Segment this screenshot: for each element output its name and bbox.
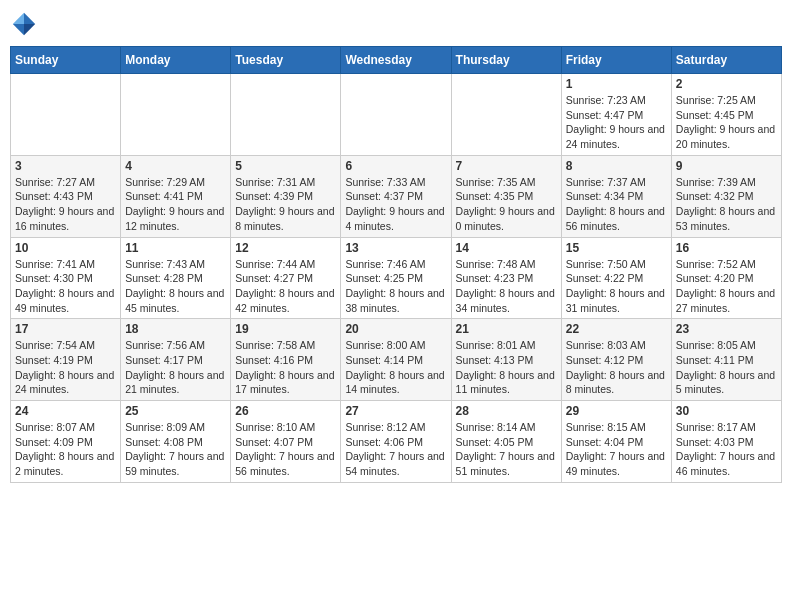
day-number: 3 xyxy=(15,159,116,173)
calendar-cell: 5Sunrise: 7:31 AM Sunset: 4:39 PM Daylig… xyxy=(231,155,341,237)
day-info: Sunrise: 8:00 AM Sunset: 4:14 PM Dayligh… xyxy=(345,338,446,397)
logo xyxy=(10,10,42,38)
logo-icon xyxy=(10,10,38,38)
day-number: 29 xyxy=(566,404,667,418)
day-info: Sunrise: 8:10 AM Sunset: 4:07 PM Dayligh… xyxy=(235,420,336,479)
calendar: SundayMondayTuesdayWednesdayThursdayFrid… xyxy=(10,46,782,483)
day-info: Sunrise: 8:14 AM Sunset: 4:05 PM Dayligh… xyxy=(456,420,557,479)
calendar-week-4: 17Sunrise: 7:54 AM Sunset: 4:19 PM Dayli… xyxy=(11,319,782,401)
day-info: Sunrise: 8:01 AM Sunset: 4:13 PM Dayligh… xyxy=(456,338,557,397)
calendar-cell: 4Sunrise: 7:29 AM Sunset: 4:41 PM Daylig… xyxy=(121,155,231,237)
svg-marker-3 xyxy=(24,24,35,35)
calendar-week-5: 24Sunrise: 8:07 AM Sunset: 4:09 PM Dayli… xyxy=(11,401,782,483)
calendar-week-3: 10Sunrise: 7:41 AM Sunset: 4:30 PM Dayli… xyxy=(11,237,782,319)
calendar-cell: 22Sunrise: 8:03 AM Sunset: 4:12 PM Dayli… xyxy=(561,319,671,401)
calendar-cell: 14Sunrise: 7:48 AM Sunset: 4:23 PM Dayli… xyxy=(451,237,561,319)
day-number: 13 xyxy=(345,241,446,255)
day-info: Sunrise: 7:37 AM Sunset: 4:34 PM Dayligh… xyxy=(566,175,667,234)
calendar-cell: 13Sunrise: 7:46 AM Sunset: 4:25 PM Dayli… xyxy=(341,237,451,319)
day-number: 24 xyxy=(15,404,116,418)
day-number: 25 xyxy=(125,404,226,418)
svg-marker-2 xyxy=(13,24,24,35)
calendar-cell: 1Sunrise: 7:23 AM Sunset: 4:47 PM Daylig… xyxy=(561,74,671,156)
day-info: Sunrise: 7:44 AM Sunset: 4:27 PM Dayligh… xyxy=(235,257,336,316)
header xyxy=(10,10,782,38)
day-number: 6 xyxy=(345,159,446,173)
day-info: Sunrise: 8:15 AM Sunset: 4:04 PM Dayligh… xyxy=(566,420,667,479)
day-info: Sunrise: 7:31 AM Sunset: 4:39 PM Dayligh… xyxy=(235,175,336,234)
calendar-cell: 18Sunrise: 7:56 AM Sunset: 4:17 PM Dayli… xyxy=(121,319,231,401)
day-info: Sunrise: 8:07 AM Sunset: 4:09 PM Dayligh… xyxy=(15,420,116,479)
day-number: 19 xyxy=(235,322,336,336)
calendar-week-2: 3Sunrise: 7:27 AM Sunset: 4:43 PM Daylig… xyxy=(11,155,782,237)
calendar-cell: 15Sunrise: 7:50 AM Sunset: 4:22 PM Dayli… xyxy=(561,237,671,319)
day-info: Sunrise: 7:29 AM Sunset: 4:41 PM Dayligh… xyxy=(125,175,226,234)
calendar-cell: 10Sunrise: 7:41 AM Sunset: 4:30 PM Dayli… xyxy=(11,237,121,319)
calendar-cell xyxy=(341,74,451,156)
calendar-cell: 23Sunrise: 8:05 AM Sunset: 4:11 PM Dayli… xyxy=(671,319,781,401)
day-number: 2 xyxy=(676,77,777,91)
calendar-cell: 30Sunrise: 8:17 AM Sunset: 4:03 PM Dayli… xyxy=(671,401,781,483)
day-number: 28 xyxy=(456,404,557,418)
calendar-cell: 6Sunrise: 7:33 AM Sunset: 4:37 PM Daylig… xyxy=(341,155,451,237)
day-info: Sunrise: 7:41 AM Sunset: 4:30 PM Dayligh… xyxy=(15,257,116,316)
calendar-cell: 29Sunrise: 8:15 AM Sunset: 4:04 PM Dayli… xyxy=(561,401,671,483)
day-info: Sunrise: 8:12 AM Sunset: 4:06 PM Dayligh… xyxy=(345,420,446,479)
header-day-friday: Friday xyxy=(561,47,671,74)
day-number: 14 xyxy=(456,241,557,255)
day-info: Sunrise: 8:17 AM Sunset: 4:03 PM Dayligh… xyxy=(676,420,777,479)
day-number: 5 xyxy=(235,159,336,173)
day-info: Sunrise: 7:54 AM Sunset: 4:19 PM Dayligh… xyxy=(15,338,116,397)
calendar-cell xyxy=(11,74,121,156)
day-info: Sunrise: 7:56 AM Sunset: 4:17 PM Dayligh… xyxy=(125,338,226,397)
day-number: 18 xyxy=(125,322,226,336)
header-day-wednesday: Wednesday xyxy=(341,47,451,74)
day-number: 12 xyxy=(235,241,336,255)
calendar-cell: 12Sunrise: 7:44 AM Sunset: 4:27 PM Dayli… xyxy=(231,237,341,319)
day-number: 26 xyxy=(235,404,336,418)
calendar-cell: 25Sunrise: 8:09 AM Sunset: 4:08 PM Dayli… xyxy=(121,401,231,483)
calendar-cell: 26Sunrise: 8:10 AM Sunset: 4:07 PM Dayli… xyxy=(231,401,341,483)
day-info: Sunrise: 7:46 AM Sunset: 4:25 PM Dayligh… xyxy=(345,257,446,316)
day-info: Sunrise: 7:35 AM Sunset: 4:35 PM Dayligh… xyxy=(456,175,557,234)
day-info: Sunrise: 7:27 AM Sunset: 4:43 PM Dayligh… xyxy=(15,175,116,234)
day-number: 11 xyxy=(125,241,226,255)
calendar-cell: 11Sunrise: 7:43 AM Sunset: 4:28 PM Dayli… xyxy=(121,237,231,319)
calendar-cell: 2Sunrise: 7:25 AM Sunset: 4:45 PM Daylig… xyxy=(671,74,781,156)
day-number: 20 xyxy=(345,322,446,336)
calendar-week-1: 1Sunrise: 7:23 AM Sunset: 4:47 PM Daylig… xyxy=(11,74,782,156)
header-day-monday: Monday xyxy=(121,47,231,74)
day-info: Sunrise: 7:58 AM Sunset: 4:16 PM Dayligh… xyxy=(235,338,336,397)
day-number: 15 xyxy=(566,241,667,255)
day-info: Sunrise: 7:50 AM Sunset: 4:22 PM Dayligh… xyxy=(566,257,667,316)
day-number: 1 xyxy=(566,77,667,91)
day-number: 17 xyxy=(15,322,116,336)
day-info: Sunrise: 7:52 AM Sunset: 4:20 PM Dayligh… xyxy=(676,257,777,316)
calendar-cell: 28Sunrise: 8:14 AM Sunset: 4:05 PM Dayli… xyxy=(451,401,561,483)
day-info: Sunrise: 7:43 AM Sunset: 4:28 PM Dayligh… xyxy=(125,257,226,316)
svg-marker-0 xyxy=(24,13,35,24)
day-info: Sunrise: 7:48 AM Sunset: 4:23 PM Dayligh… xyxy=(456,257,557,316)
day-info: Sunrise: 7:23 AM Sunset: 4:47 PM Dayligh… xyxy=(566,93,667,152)
svg-marker-1 xyxy=(13,13,24,24)
day-number: 8 xyxy=(566,159,667,173)
calendar-cell: 3Sunrise: 7:27 AM Sunset: 4:43 PM Daylig… xyxy=(11,155,121,237)
day-number: 30 xyxy=(676,404,777,418)
calendar-cell: 27Sunrise: 8:12 AM Sunset: 4:06 PM Dayli… xyxy=(341,401,451,483)
day-info: Sunrise: 8:09 AM Sunset: 4:08 PM Dayligh… xyxy=(125,420,226,479)
day-info: Sunrise: 8:03 AM Sunset: 4:12 PM Dayligh… xyxy=(566,338,667,397)
calendar-header-row: SundayMondayTuesdayWednesdayThursdayFrid… xyxy=(11,47,782,74)
day-number: 9 xyxy=(676,159,777,173)
calendar-cell xyxy=(121,74,231,156)
header-day-tuesday: Tuesday xyxy=(231,47,341,74)
calendar-cell: 8Sunrise: 7:37 AM Sunset: 4:34 PM Daylig… xyxy=(561,155,671,237)
day-number: 23 xyxy=(676,322,777,336)
calendar-cell xyxy=(451,74,561,156)
day-info: Sunrise: 7:39 AM Sunset: 4:32 PM Dayligh… xyxy=(676,175,777,234)
calendar-cell: 20Sunrise: 8:00 AM Sunset: 4:14 PM Dayli… xyxy=(341,319,451,401)
day-info: Sunrise: 7:33 AM Sunset: 4:37 PM Dayligh… xyxy=(345,175,446,234)
calendar-cell: 7Sunrise: 7:35 AM Sunset: 4:35 PM Daylig… xyxy=(451,155,561,237)
day-number: 7 xyxy=(456,159,557,173)
day-number: 22 xyxy=(566,322,667,336)
calendar-cell: 21Sunrise: 8:01 AM Sunset: 4:13 PM Dayli… xyxy=(451,319,561,401)
